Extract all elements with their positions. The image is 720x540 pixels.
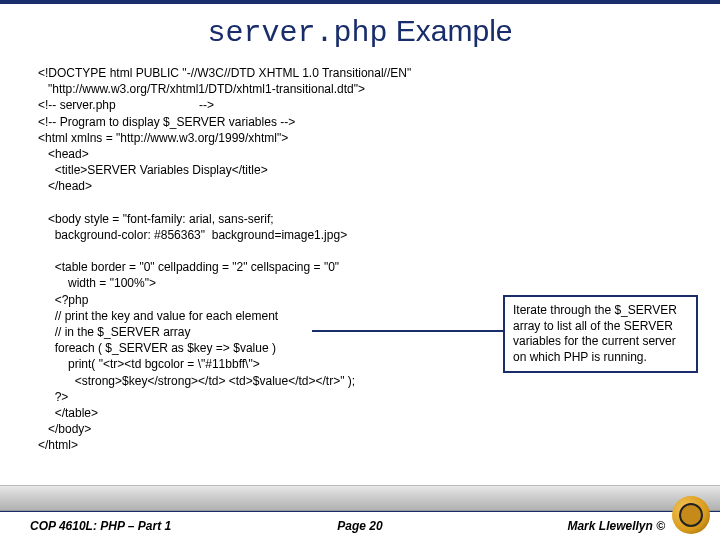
callout-arrow-line — [312, 330, 510, 332]
course-label: COP 4610L: PHP – Part 1 — [30, 519, 171, 533]
title-mono: server.php — [207, 16, 387, 50]
top-accent-bar — [0, 0, 720, 4]
code-listing: <!DOCTYPE html PUBLIC "-//W3C//DTD XHTML… — [0, 65, 720, 454]
footer-info: COP 4610L: PHP – Part 1 Page 20 Mark Lle… — [0, 511, 720, 540]
page-number: Page 20 — [337, 519, 382, 533]
footer-gradient — [0, 485, 720, 511]
title-rest: Example — [387, 14, 512, 47]
footer: COP 4610L: PHP – Part 1 Page 20 Mark Lle… — [0, 485, 720, 540]
callout-box: Iterate through the $_SERVER array to li… — [503, 295, 698, 373]
ucf-logo-icon — [672, 496, 710, 534]
author-label: Mark Llewellyn © — [567, 519, 665, 533]
callout-text: Iterate through the $_SERVER array to li… — [513, 303, 677, 364]
ucf-logo-inner — [679, 503, 703, 527]
slide-title: server.php Example — [0, 14, 720, 50]
